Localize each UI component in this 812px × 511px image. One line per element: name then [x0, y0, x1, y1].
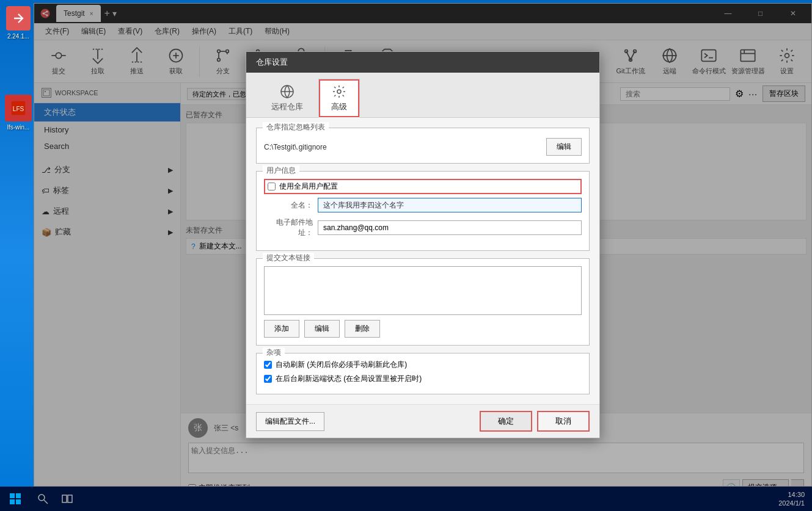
- email-label: 电子邮件地址：: [264, 217, 313, 238]
- commit-links-title: 提交文本链接: [263, 253, 314, 263]
- commit-links-area: [264, 266, 582, 315]
- ignore-list-title: 仓库指定忽略列表: [263, 122, 329, 132]
- bg-refresh-label: 在后台刷新远端状态 (在全局设置里被开启时): [276, 374, 422, 384]
- fullname-row: 全名：: [264, 198, 582, 212]
- auto-refresh-label: 自动刷新 (关闭后你必须手动刷新此仓库): [276, 360, 407, 370]
- dialog-title-bar: 仓库设置: [246, 52, 599, 73]
- confirm-btn[interactable]: 确定: [480, 411, 532, 432]
- auto-refresh-checkbox[interactable]: [264, 361, 272, 369]
- svg-rect-33: [16, 499, 21, 504]
- add-link-btn[interactable]: 添加: [264, 320, 299, 338]
- svg-rect-31: [16, 493, 21, 498]
- dialog-content: 仓库指定忽略列表 C:\Testgit\.gitignore 编辑 用户信息 使…: [246, 118, 599, 404]
- task-view-btn[interactable]: [55, 493, 79, 504]
- user-info-title: 用户信息: [263, 165, 299, 176]
- svg-point-34: [38, 495, 45, 501]
- ignore-list-section: 仓库指定忽略列表 C:\Testgit\.gitignore 编辑: [256, 128, 590, 164]
- desktop-icon-lfs-label: lfs-win...: [7, 124, 30, 131]
- desktop-icon-lfs[interactable]: LFS lfs-win...: [5, 95, 32, 131]
- user-info-section: 用户信息 使用全局用户配置 全名： 电子邮件地址：: [256, 171, 590, 251]
- svg-rect-36: [62, 495, 67, 502]
- cancel-btn[interactable]: 取消: [537, 411, 590, 432]
- desktop-icon-git[interactable]: 2.24.1...: [6, 6, 31, 40]
- desktop-icons: 2.24.1... LFS lfs-win...: [0, 0, 37, 487]
- misc-section: 杂项 自动刷新 (关闭后你必须手动刷新此仓库) 在后台刷新远端状态 (在全局设置…: [256, 353, 590, 394]
- use-global-label: 使用全局用户配置: [279, 181, 338, 192]
- bg-refresh-checkbox[interactable]: [264, 375, 272, 383]
- auto-refresh-row[interactable]: 自动刷新 (关闭后你必须手动刷新此仓库): [264, 360, 582, 370]
- edit-config-btn[interactable]: 编辑配置文件...: [256, 412, 324, 431]
- dialog-title: 仓库设置: [256, 57, 288, 68]
- ignore-path: C:\Testgit\.gitignore: [264, 143, 541, 151]
- use-global-config-row[interactable]: 使用全局用户配置: [264, 179, 582, 194]
- misc-title: 杂项: [263, 347, 285, 358]
- fullname-input[interactable]: [318, 198, 582, 212]
- edit-link-btn[interactable]: 编辑: [304, 320, 340, 338]
- fullname-label: 全名：: [264, 200, 313, 211]
- clock: 14:30 2024/1/1: [771, 491, 812, 507]
- svg-rect-32: [10, 499, 15, 504]
- dialog-tabs: 远程仓库 高级: [246, 73, 599, 118]
- modal-backdrop: 仓库设置 远程仓库: [34, 4, 811, 486]
- taskbar: 14:30 2024/1/1: [0, 487, 812, 511]
- dialog-tab-remote-label: 远程仓库: [271, 101, 303, 112]
- svg-text:LFS: LFS: [13, 106, 24, 112]
- search-taskbar[interactable]: [31, 493, 55, 504]
- start-btn[interactable]: [0, 493, 31, 505]
- ignore-list-row: C:\Testgit\.gitignore 编辑: [264, 136, 582, 156]
- ignore-edit-btn[interactable]: 编辑: [546, 138, 582, 156]
- commit-links-buttons: 添加 编辑 删除: [264, 320, 582, 338]
- commit-links-section: 提交文本链接 添加 编辑 删除: [256, 258, 590, 346]
- dialog-tab-advanced[interactable]: 高级: [318, 79, 360, 118]
- dialog-tab-advanced-label: 高级: [331, 101, 347, 112]
- dialog-tab-remote[interactable]: 远程仓库: [258, 79, 316, 117]
- svg-line-35: [44, 500, 48, 504]
- use-global-checkbox[interactable]: [268, 183, 276, 190]
- email-row: 电子邮件地址：: [264, 217, 582, 238]
- email-input[interactable]: [318, 220, 582, 235]
- dialog-footer: 编辑配置文件... 确定 取消: [246, 404, 599, 438]
- footer-buttons: 确定 取消: [480, 411, 590, 432]
- bg-refresh-row[interactable]: 在后台刷新远端状态 (在全局设置里被开启时): [264, 374, 582, 384]
- desktop-icon-git-label: 2.24.1...: [7, 33, 29, 40]
- app-window: Testgit × + ▾ — □ ✕ 文件(F) 编辑(E) 查看(V) 仓库…: [34, 3, 812, 487]
- settings-dialog: 仓库设置 远程仓库: [246, 51, 600, 438]
- svg-point-29: [337, 90, 341, 93]
- delete-link-btn[interactable]: 删除: [345, 320, 380, 338]
- svg-rect-30: [10, 493, 15, 498]
- svg-rect-37: [68, 495, 72, 502]
